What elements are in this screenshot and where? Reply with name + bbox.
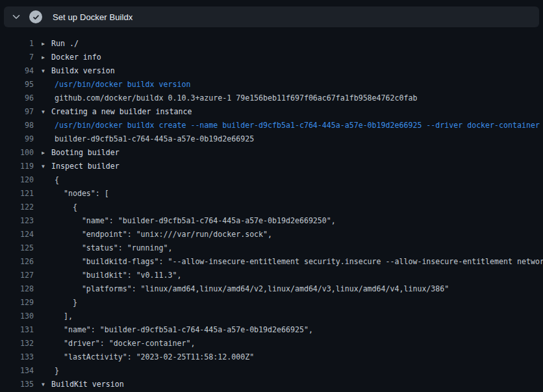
line-number[interactable]: 100 (0, 146, 34, 160)
triangle-down-icon: ▼ (42, 378, 51, 391)
log-line: 132 "driver": "docker-container", (0, 337, 543, 350)
group-title: Creating a new builder instance (51, 107, 192, 116)
group-title: Buildx version (51, 66, 115, 75)
output-text: github.com/docker/buildx 0.10.3+azure-1 … (42, 92, 417, 105)
line-number[interactable]: 120 (0, 173, 34, 187)
line-number[interactable]: 121 (0, 187, 34, 201)
group-title: Inspect builder (51, 162, 120, 171)
log-line: 135▼BuildKit version (0, 378, 543, 391)
log-line: 99builder-d9cfb5a1-c764-445a-a57e-0b19d2… (0, 132, 543, 146)
log-line: 95/usr/bin/docker buildx version (0, 78, 543, 92)
line-number[interactable]: 96 (0, 92, 34, 105)
log-line: 7▶Docker info (0, 51, 543, 64)
group-header[interactable]: ▶Booting builder (42, 146, 120, 160)
output-text: "name": "builder-d9cfb5a1-c764-445a-a57e… (42, 323, 313, 337)
log-line: 120{ (0, 173, 543, 187)
log-line: 122 { (0, 201, 543, 214)
line-number[interactable]: 133 (0, 350, 34, 364)
step-title: Set up Docker Buildx (53, 12, 133, 22)
line-number[interactable]: 128 (0, 282, 34, 296)
command-text: /usr/bin/docker buildx version (42, 78, 190, 92)
triangle-right-icon: ▶ (42, 37, 51, 51)
line-number[interactable]: 129 (0, 296, 34, 310)
log-line: 100▶Booting builder (0, 146, 543, 160)
line-number[interactable]: 94 (0, 64, 34, 78)
line-number[interactable]: 7 (0, 51, 34, 64)
log-area: 1▶Run ./7▶Docker info94▼Buildx version95… (0, 27, 543, 392)
triangle-down-icon: ▼ (42, 160, 51, 173)
line-number[interactable]: 98 (0, 119, 34, 132)
log-line: 1▶Run ./ (0, 37, 543, 51)
output-text: "buildkitd-flags": "--allow-insecure-ent… (42, 255, 543, 269)
log-line: 121 "nodes": [ (0, 187, 543, 201)
group-title: Run ./ (51, 39, 79, 48)
output-text: ], (42, 310, 73, 323)
command-text: /usr/bin/docker buildx create --name bui… (42, 119, 540, 132)
line-number[interactable]: 126 (0, 255, 34, 269)
line-number[interactable]: 134 (0, 364, 34, 378)
log-line: 127 "buildkit": "v0.11.3", (0, 269, 543, 282)
log-line: 133 "lastActivity": "2023-02-25T11:58:12… (0, 350, 543, 364)
line-number[interactable]: 122 (0, 201, 34, 214)
line-number[interactable]: 132 (0, 337, 34, 350)
group-title: Booting builder (51, 148, 120, 157)
output-text: builder-d9cfb5a1-c764-445a-a57e-0b19d2e6… (42, 132, 254, 146)
log-line: 134} (0, 364, 543, 378)
output-text: { (42, 173, 59, 187)
log-line: 129 } (0, 296, 543, 310)
output-text: "driver": "docker-container", (42, 337, 195, 350)
line-number[interactable]: 130 (0, 310, 34, 323)
triangle-down-icon: ▼ (42, 105, 51, 119)
output-text: { (42, 201, 77, 214)
triangle-right-icon: ▶ (42, 51, 51, 64)
group-header[interactable]: ▼BuildKit version (42, 378, 124, 391)
log-line: 119▼Inspect builder (0, 160, 543, 173)
log-line: 125 "status": "running", (0, 241, 543, 255)
output-text: "buildkit": "v0.11.3", (42, 269, 181, 282)
log-line: 97▼Creating a new builder instance (0, 105, 543, 119)
check-circle-icon (29, 10, 42, 23)
output-text: "endpoint": "unix:///var/run/docker.sock… (42, 228, 272, 241)
output-text: } (42, 364, 59, 378)
output-text: "status": "running", (42, 241, 172, 255)
output-text: "platforms": "linux/amd64,linux/amd64/v2… (42, 282, 449, 296)
log-line: 130 ], (0, 310, 543, 323)
log-line: 128 "platforms": "linux/amd64,linux/amd6… (0, 282, 543, 296)
output-text: "lastActivity": "2023-02-25T11:58:12.000… (42, 350, 254, 364)
triangle-right-icon: ▶ (42, 146, 51, 160)
log-line: 98/usr/bin/docker buildx create --name b… (0, 119, 543, 132)
log-line: 94▼Buildx version (0, 64, 543, 78)
line-number[interactable]: 131 (0, 323, 34, 337)
output-text: "nodes": [ (42, 187, 109, 201)
group-header[interactable]: ▶Run ./ (42, 37, 79, 51)
line-number[interactable]: 119 (0, 160, 34, 173)
line-number[interactable]: 97 (0, 105, 34, 119)
line-number[interactable]: 99 (0, 132, 34, 146)
line-number[interactable]: 135 (0, 378, 34, 391)
log-lines: 1▶Run ./7▶Docker info94▼Buildx version95… (0, 37, 543, 392)
log-line: 126 "buildkitd-flags": "--allow-insecure… (0, 255, 543, 269)
group-header[interactable]: ▼Inspect builder (42, 160, 120, 173)
group-header[interactable]: ▼Buildx version (42, 64, 115, 78)
step-header[interactable]: Set up Docker Buildx (4, 6, 539, 27)
line-number[interactable]: 123 (0, 214, 34, 228)
line-number[interactable]: 127 (0, 269, 34, 282)
group-header[interactable]: ▼Creating a new builder instance (42, 105, 192, 119)
chevron-down-icon[interactable] (12, 12, 21, 21)
line-number[interactable]: 124 (0, 228, 34, 241)
triangle-down-icon: ▼ (42, 64, 51, 78)
line-number[interactable]: 125 (0, 241, 34, 255)
log-line: 123 "name": "builder-d9cfb5a1-c764-445a-… (0, 214, 543, 228)
output-text: } (42, 296, 77, 310)
log-line: 96github.com/docker/buildx 0.10.3+azure-… (0, 92, 543, 105)
log-line: 124 "endpoint": "unix:///var/run/docker.… (0, 228, 543, 241)
log-line: 131 "name": "builder-d9cfb5a1-c764-445a-… (0, 323, 543, 337)
group-title: Docker info (51, 53, 101, 62)
output-text: "name": "builder-d9cfb5a1-c764-445a-a57e… (42, 214, 336, 228)
group-header[interactable]: ▶Docker info (42, 51, 101, 64)
group-title: BuildKit version (51, 380, 124, 389)
line-number[interactable]: 1 (0, 37, 34, 51)
line-number[interactable]: 95 (0, 78, 34, 92)
